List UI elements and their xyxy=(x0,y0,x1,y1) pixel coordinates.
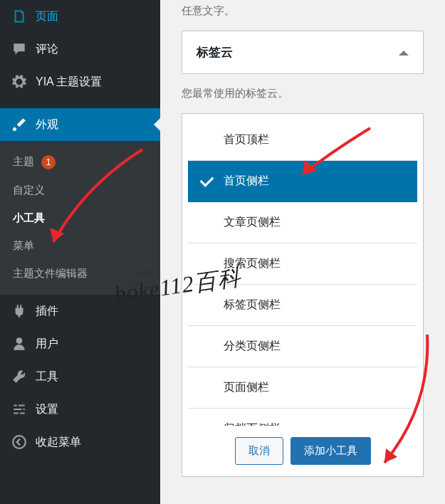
area-option-selected[interactable]: 首页侧栏 xyxy=(188,161,417,202)
area-option[interactable]: 搜索页侧栏 xyxy=(188,243,417,285)
area-option[interactable]: 分类页侧栏 xyxy=(188,326,417,367)
area-option[interactable]: 首页顶栏 xyxy=(188,120,417,161)
appearance-submenu: 主题 1 自定义 小工具 菜单 主题文件编辑器 xyxy=(0,141,160,295)
menu-label: 收起菜单 xyxy=(36,435,81,450)
svg-point-0 xyxy=(13,436,26,448)
cancel-button[interactable]: 取消 xyxy=(235,437,283,465)
widget-description: 您最常使用的标签云。 xyxy=(182,87,424,100)
submenu-themes[interactable]: 主题 1 xyxy=(0,148,160,177)
update-badge: 1 xyxy=(41,155,56,169)
option-label: 归档页侧栏 xyxy=(224,422,281,426)
option-label: 首页侧栏 xyxy=(224,174,269,187)
chevron-up-icon xyxy=(399,46,409,56)
collapse-icon xyxy=(11,434,27,450)
add-widget-button[interactable]: 添加小工具 xyxy=(290,437,371,465)
option-label: 标签页侧栏 xyxy=(224,298,281,310)
option-label: 首页顶栏 xyxy=(224,133,269,145)
submenu-customize[interactable]: 自定义 xyxy=(0,177,160,204)
menu-item-comments[interactable]: 评论 xyxy=(0,33,160,65)
menu-label: 外观 xyxy=(36,117,58,132)
submenu-widgets[interactable]: 小工具 xyxy=(0,204,160,232)
menu-label: 工具 xyxy=(36,369,58,384)
submenu-label: 小工具 xyxy=(13,211,45,224)
area-option[interactable]: 标签页侧栏 xyxy=(188,285,417,326)
menu-label: 页面 xyxy=(36,9,58,24)
menu-item-plugins[interactable]: 插件 xyxy=(0,295,160,327)
area-list[interactable]: 首页顶栏 首页侧栏 文章页侧栏 搜索页侧栏 标签页侧栏 分类页侧栏 页面侧栏 归… xyxy=(188,120,417,426)
menu-label: 评论 xyxy=(36,42,58,57)
gear-icon xyxy=(11,74,27,90)
menu-item-tools[interactable]: 工具 xyxy=(0,360,160,393)
action-bar: 取消 添加小工具 xyxy=(188,426,417,476)
menu-label: YIA 主题设置 xyxy=(36,75,102,90)
main-content: 任意文字。 标签云 您最常使用的标签云。 首页顶栏 首页侧栏 文章页侧栏 搜索页… xyxy=(160,0,445,504)
menu-item-settings[interactable]: 设置 xyxy=(0,393,160,426)
area-option[interactable]: 归档页侧栏 xyxy=(188,409,417,426)
menu-item-theme-settings[interactable]: YIA 主题设置 xyxy=(0,65,160,98)
submenu-label: 主题 xyxy=(13,155,34,167)
option-label: 文章页侧栏 xyxy=(224,216,281,228)
submenu-label: 自定义 xyxy=(13,184,45,196)
area-option[interactable]: 页面侧栏 xyxy=(188,367,417,409)
option-label: 页面侧栏 xyxy=(224,381,269,393)
top-hint-text: 任意文字。 xyxy=(182,4,424,18)
menu-item-collapse[interactable]: 收起菜单 xyxy=(0,426,160,458)
sidebar-area-selector: 首页顶栏 首页侧栏 文章页侧栏 搜索页侧栏 标签页侧栏 分类页侧栏 页面侧栏 归… xyxy=(182,113,424,477)
menu-item-users[interactable]: 用户 xyxy=(0,327,160,360)
admin-sidebar: 页面 评论 YIA 主题设置 外观 主题 1 自定义 小工具 菜单 主题文件编辑… xyxy=(0,0,160,504)
widget-header[interactable]: 标签云 xyxy=(182,31,423,73)
option-label: 搜索页侧栏 xyxy=(224,257,281,269)
submenu-menus[interactable]: 菜单 xyxy=(0,232,160,260)
submenu-label: 菜单 xyxy=(13,239,34,251)
widget-tag-cloud: 标签云 xyxy=(182,31,424,74)
menu-label: 插件 xyxy=(36,304,58,319)
menu-item-appearance[interactable]: 外观 xyxy=(0,108,160,141)
page-icon xyxy=(11,9,27,24)
comment-icon xyxy=(11,41,27,57)
menu-item-pages[interactable]: 页面 xyxy=(0,0,160,33)
menu-label: 用户 xyxy=(36,337,58,352)
brush-icon xyxy=(11,117,27,132)
plug-icon xyxy=(11,303,27,319)
user-icon xyxy=(11,336,27,352)
wrench-icon xyxy=(11,369,27,384)
area-option[interactable]: 文章页侧栏 xyxy=(188,202,417,243)
option-label: 分类页侧栏 xyxy=(224,340,281,352)
sliders-icon xyxy=(11,401,27,417)
submenu-label: 主题文件编辑器 xyxy=(13,267,88,279)
widget-title: 标签云 xyxy=(197,44,233,61)
menu-label: 设置 xyxy=(36,402,58,417)
